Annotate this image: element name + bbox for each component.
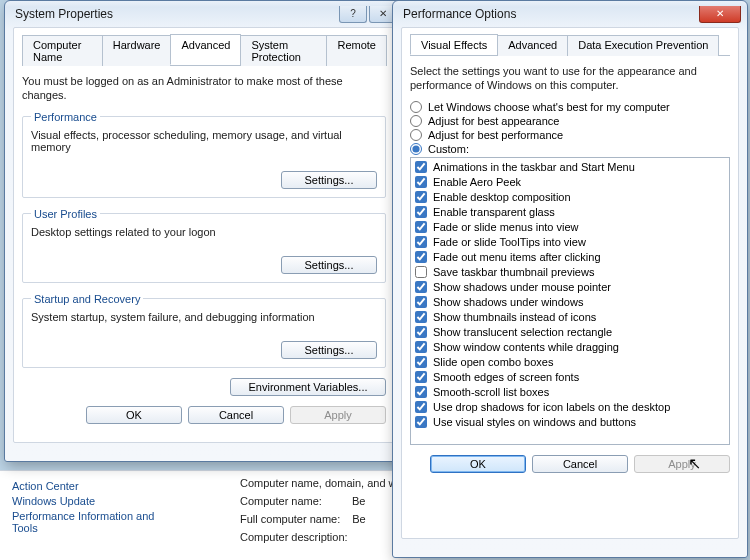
system-properties-window: System Properties ? ✕ Computer Name Hard… xyxy=(4,0,404,462)
effect-checkbox[interactable] xyxy=(415,266,427,278)
effect-checkbox[interactable] xyxy=(415,386,427,398)
close-button[interactable]: ✕ xyxy=(699,6,741,23)
effect-label: Smooth edges of screen fonts xyxy=(433,370,579,385)
tabs: Visual Effects Advanced Data Execution P… xyxy=(410,34,730,56)
effect-checkbox[interactable] xyxy=(415,206,427,218)
effect-checkbox[interactable] xyxy=(415,161,427,173)
effect-item[interactable]: Show shadows under windows xyxy=(415,295,725,310)
bg-nav-link[interactable]: Performance Information and Tools xyxy=(12,510,172,534)
effect-checkbox[interactable] xyxy=(415,401,427,413)
effect-item[interactable]: Fade or slide menus into view xyxy=(415,220,725,235)
tab-advanced[interactable]: Advanced xyxy=(497,35,568,56)
effect-label: Save taskbar thumbnail previews xyxy=(433,265,594,280)
bg-section-heading: Computer name, domain, and wo xyxy=(240,477,403,489)
titlebar[interactable]: System Properties ? ✕ xyxy=(5,1,403,27)
effect-item[interactable]: Enable transparent glass xyxy=(415,205,725,220)
user-profiles-settings-button[interactable]: Settings... xyxy=(281,256,377,274)
group-desc: Desktop settings related to your logon xyxy=(31,226,377,238)
effect-label: Show thumbnails instead of icons xyxy=(433,310,596,325)
startup-recovery-settings-button[interactable]: Settings... xyxy=(281,341,377,359)
user-profiles-group: User Profiles Desktop settings related t… xyxy=(22,208,386,283)
effect-checkbox[interactable] xyxy=(415,356,427,368)
effect-checkbox[interactable] xyxy=(415,281,427,293)
titlebar[interactable]: Performance Options ✕ xyxy=(393,1,747,27)
bg-value: Be xyxy=(352,495,365,507)
effect-item[interactable]: Save taskbar thumbnail previews xyxy=(415,265,725,280)
ok-button[interactable]: OK xyxy=(430,455,526,473)
bg-label: Computer description: xyxy=(240,531,348,543)
radio-option[interactable]: Adjust for best appearance xyxy=(410,115,730,127)
visual-effects-list[interactable]: Animations in the taskbar and Start Menu… xyxy=(410,157,730,445)
effect-checkbox[interactable] xyxy=(415,416,427,428)
radio-option[interactable]: Custom: xyxy=(410,143,730,155)
effect-label: Show shadows under windows xyxy=(433,295,583,310)
radio-input[interactable] xyxy=(410,143,422,155)
radio-input[interactable] xyxy=(410,129,422,141)
group-desc: System startup, system failure, and debu… xyxy=(31,311,377,323)
effect-item[interactable]: Fade or slide ToolTips into view xyxy=(415,235,725,250)
effect-item[interactable]: Enable desktop composition xyxy=(415,190,725,205)
effect-checkbox[interactable] xyxy=(415,176,427,188)
performance-group: Performance Visual effects, processor sc… xyxy=(22,111,386,198)
effect-item[interactable]: Show shadows under mouse pointer xyxy=(415,280,725,295)
effect-label: Fade or slide ToolTips into view xyxy=(433,235,586,250)
effect-label: Show window contents while dragging xyxy=(433,340,619,355)
group-desc: Visual effects, processor scheduling, me… xyxy=(31,129,377,153)
cancel-button[interactable]: Cancel xyxy=(532,455,628,473)
apply-button[interactable]: Apply xyxy=(290,406,386,424)
effect-item[interactable]: Show window contents while dragging xyxy=(415,340,725,355)
effect-label: Fade out menu items after clicking xyxy=(433,250,601,265)
bg-details: Computer name, domain, and wo Computer n… xyxy=(240,477,403,549)
effect-checkbox[interactable] xyxy=(415,326,427,338)
performance-settings-button[interactable]: Settings... xyxy=(281,171,377,189)
effect-item[interactable]: Smooth-scroll list boxes xyxy=(415,385,725,400)
radio-label: Let Windows choose what's best for my co… xyxy=(428,101,670,113)
effect-checkbox[interactable] xyxy=(415,341,427,353)
bg-label: Computer name: xyxy=(240,495,322,507)
effect-checkbox[interactable] xyxy=(415,296,427,308)
effect-checkbox[interactable] xyxy=(415,371,427,383)
effect-checkbox[interactable] xyxy=(415,221,427,233)
tab-system-protection[interactable]: System Protection xyxy=(240,35,327,66)
effect-label: Show translucent selection rectangle xyxy=(433,325,612,340)
effect-item[interactable]: Use drop shadows for icon labels on the … xyxy=(415,400,725,415)
performance-options-window: Performance Options ✕ Visual Effects Adv… xyxy=(392,0,748,558)
window-title: Performance Options xyxy=(403,7,516,21)
group-legend: Startup and Recovery xyxy=(31,293,143,305)
visual-effects-radios: Let Windows choose what's best for my co… xyxy=(410,101,730,155)
radio-input[interactable] xyxy=(410,115,422,127)
tab-computer-name[interactable]: Computer Name xyxy=(22,35,103,66)
effect-item[interactable]: Animations in the taskbar and Start Menu xyxy=(415,160,725,175)
bg-value: Be xyxy=(352,513,365,525)
effect-item[interactable]: Smooth edges of screen fonts xyxy=(415,370,725,385)
tab-hardware[interactable]: Hardware xyxy=(102,35,172,66)
radio-label: Custom: xyxy=(428,143,469,155)
tab-advanced[interactable]: Advanced xyxy=(170,34,241,65)
startup-recovery-group: Startup and Recovery System startup, sys… xyxy=(22,293,386,368)
effect-item[interactable]: Show thumbnails instead of icons xyxy=(415,310,725,325)
effect-item[interactable]: Fade out menu items after clicking xyxy=(415,250,725,265)
effect-label: Use visual styles on windows and buttons xyxy=(433,415,636,430)
effect-checkbox[interactable] xyxy=(415,191,427,203)
effect-label: Show shadows under mouse pointer xyxy=(433,280,611,295)
group-legend: Performance xyxy=(31,111,100,123)
apply-button[interactable]: Apply xyxy=(634,455,730,473)
visual-effects-hint: Select the settings you want to use for … xyxy=(410,64,730,93)
effect-checkbox[interactable] xyxy=(415,251,427,263)
effect-item[interactable]: Use visual styles on windows and buttons xyxy=(415,415,725,430)
tab-visual-effects[interactable]: Visual Effects xyxy=(410,34,498,55)
radio-option[interactable]: Adjust for best performance xyxy=(410,129,730,141)
tab-dep[interactable]: Data Execution Prevention xyxy=(567,35,719,56)
radio-input[interactable] xyxy=(410,101,422,113)
effect-item[interactable]: Slide open combo boxes xyxy=(415,355,725,370)
radio-option[interactable]: Let Windows choose what's best for my co… xyxy=(410,101,730,113)
environment-variables-button[interactable]: Environment Variables... xyxy=(230,378,386,396)
ok-button[interactable]: OK xyxy=(86,406,182,424)
effect-item[interactable]: Show translucent selection rectangle xyxy=(415,325,725,340)
help-button[interactable]: ? xyxy=(339,6,367,23)
cancel-button[interactable]: Cancel xyxy=(188,406,284,424)
effect-item[interactable]: Enable Aero Peek xyxy=(415,175,725,190)
tab-remote[interactable]: Remote xyxy=(326,35,387,66)
effect-checkbox[interactable] xyxy=(415,236,427,248)
effect-checkbox[interactable] xyxy=(415,311,427,323)
